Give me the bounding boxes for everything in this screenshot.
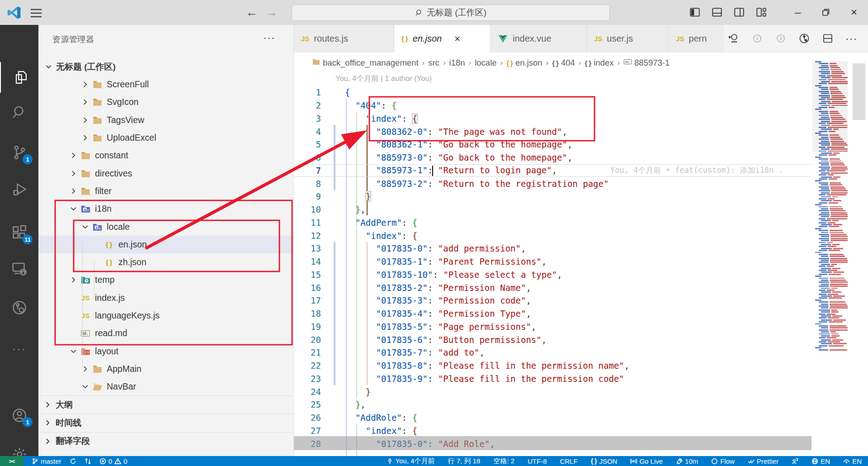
toggle-panel-icon[interactable] bbox=[709, 5, 724, 19]
tree-item-directives[interactable]: directives bbox=[38, 164, 293, 182]
remote-indicator[interactable]: >< bbox=[0, 456, 24, 466]
tree-item-locale[interactable]: Alocale bbox=[38, 218, 293, 235]
breadcrumb-item-404[interactable]: { }404 bbox=[552, 58, 575, 68]
tree-item-TagsView[interactable]: TagsView bbox=[38, 111, 293, 129]
code-line-14[interactable]: 14 "017835-1": "Parent Permissions", bbox=[294, 255, 811, 268]
code-line-8[interactable]: 8 "885973-2": "Return to the registratio… bbox=[294, 177, 811, 190]
tab-en-json[interactable]: { }en.json× bbox=[394, 25, 491, 52]
tree-item-NavBar[interactable]: NavBar bbox=[38, 378, 293, 395]
code-line-24[interactable]: 24 } bbox=[294, 385, 811, 398]
activity-item-remote-explorer[interactable] bbox=[0, 253, 38, 284]
tree-item-en-json[interactable]: { }en.json bbox=[38, 236, 293, 253]
more-actions-button[interactable]: ··· bbox=[844, 32, 858, 45]
status-time-tracker[interactable]: 10m bbox=[676, 457, 698, 465]
tree-item-filter[interactable]: filter bbox=[38, 182, 293, 200]
activity-item-search[interactable] bbox=[0, 97, 38, 128]
close-button[interactable]: × bbox=[840, 0, 868, 24]
breadcrumb-item-src[interactable]: src bbox=[428, 58, 439, 68]
menu-icon[interactable] bbox=[29, 6, 43, 19]
gitlens-search-commits-button[interactable] bbox=[727, 32, 741, 45]
tree-item-UploadExcel[interactable]: UploadExcel bbox=[38, 129, 293, 147]
tab-routes-js[interactable]: JSroutes.js bbox=[294, 25, 394, 52]
minimap-slider[interactable] bbox=[812, 61, 848, 152]
activity-item-explorer[interactable] bbox=[0, 62, 39, 93]
code-line-1[interactable]: 1{ bbox=[294, 86, 811, 99]
code-line-6[interactable]: 6 "885973-0": "Go back to the homepage", bbox=[294, 151, 811, 164]
code-line-10[interactable]: 10 }, bbox=[294, 203, 811, 216]
sidebar-section-大纲[interactable]: 大纲 bbox=[38, 395, 293, 414]
workspace-section-header[interactable]: 无标题 (工作区) bbox=[38, 58, 293, 76]
code-line-5[interactable]: 5 "808362-1": "Go back to the homepage", bbox=[294, 138, 811, 151]
code-line-2[interactable]: 2 "404": { bbox=[294, 99, 811, 112]
activity-item-accounts[interactable]: 1 bbox=[0, 400, 38, 431]
status-language-mode[interactable]: { }JSON bbox=[591, 457, 618, 465]
code-line-15[interactable]: 15 "017835-10": "Please select a type", bbox=[294, 268, 811, 281]
breadcrumb-item-back_office_management[interactable]: back_office_management bbox=[312, 57, 419, 68]
code-line-16[interactable]: 16 "017835-2": "Permission Name", bbox=[294, 281, 811, 294]
status-eol[interactable]: CRLF bbox=[560, 457, 578, 465]
commit-graph-button[interactable] bbox=[797, 32, 811, 45]
code-line-3[interactable]: 3 "index": { bbox=[294, 112, 811, 125]
status-feedback[interactable] bbox=[792, 458, 798, 465]
code-line-18[interactable]: 18 "017835-4": "Permission Type", bbox=[294, 307, 811, 320]
tree-item-SvgIcon[interactable]: SvgIcon bbox=[38, 93, 293, 111]
tree-item-languageKeys-js[interactable]: JSlanguageKeys.js bbox=[38, 307, 293, 324]
status-git-sync[interactable] bbox=[70, 458, 76, 465]
customize-layout-icon[interactable] bbox=[754, 5, 769, 19]
activity-item-run-debug[interactable] bbox=[0, 174, 38, 205]
status-flow[interactable]: Flow bbox=[711, 457, 735, 465]
code-line-7[interactable]: 7 "885973-1": "Return to login page",You… bbox=[294, 164, 811, 177]
tree-item-ScreenFull[interactable]: ScreenFull bbox=[38, 76, 293, 93]
tree-item-zh-json[interactable]: { }zh.json bbox=[38, 253, 293, 271]
code-line-13[interactable]: 13 "017835-0": "add permission", bbox=[294, 242, 811, 255]
split-editor-button[interactable] bbox=[821, 32, 835, 45]
code-line-26[interactable]: 26 "AddRole": { bbox=[294, 411, 811, 424]
activity-item-more-views[interactable]: ··· bbox=[0, 333, 38, 364]
code-line-21[interactable]: 21 "017835-7": "add to", bbox=[294, 346, 811, 359]
activity-item-extensions[interactable]: 11 bbox=[0, 217, 38, 248]
code-line-9[interactable]: 9 } bbox=[294, 190, 811, 203]
activity-item-source-control[interactable]: 1 bbox=[0, 137, 38, 168]
code-line-19[interactable]: 19 "017835-5": "Page permissions", bbox=[294, 320, 811, 333]
tree-item-layout[interactable]: layout bbox=[38, 342, 293, 360]
tree-item-i18n[interactable]: Ai18n bbox=[38, 200, 293, 218]
tree-item-AppMain[interactable]: AppMain bbox=[38, 360, 293, 378]
status-git-branch[interactable]: master bbox=[32, 457, 61, 465]
tree-item-temp[interactable]: temp bbox=[38, 271, 293, 289]
status-ime[interactable]: EN bbox=[843, 457, 862, 465]
code-line-4[interactable]: 4 "808362-0": "The page was not found", bbox=[294, 125, 811, 138]
breadcrumb-item-i18n[interactable]: i18n bbox=[449, 58, 465, 68]
tree-item-index-js[interactable]: JSindex.js bbox=[38, 289, 293, 307]
tree-item-read-md[interactable]: M↓read.md bbox=[38, 324, 293, 342]
status-blame-status[interactable]: You, 4个月前 bbox=[387, 457, 435, 466]
status-cursor-position[interactable]: 行 7, 列 18 bbox=[448, 457, 481, 466]
code-line-17[interactable]: 17 "017835-3": "Permission code", bbox=[294, 294, 811, 307]
horizontal-scrollbar[interactable] bbox=[294, 436, 811, 450]
status-git-compare[interactable] bbox=[85, 458, 91, 465]
tab-pern[interactable]: JSpern bbox=[669, 25, 732, 52]
minimize-button[interactable]: – bbox=[784, 0, 812, 24]
breadcrumb-item-index[interactable]: { }index bbox=[585, 58, 613, 68]
status-encoding[interactable]: UTF-8 bbox=[528, 457, 547, 465]
navigate-forward-button[interactable]: → bbox=[263, 4, 280, 21]
code-line-11[interactable]: 11 "AddPerm": { bbox=[294, 216, 811, 229]
toggle-secondary-sidebar-icon[interactable] bbox=[731, 5, 746, 19]
close-tab-icon[interactable]: × bbox=[454, 33, 460, 45]
sidebar-section-翻译字段[interactable]: 翻译字段 bbox=[38, 432, 293, 450]
sidebar-more-actions-icon[interactable]: ··· bbox=[263, 31, 275, 44]
code-line-22[interactable]: 22 "017835-8": "Please fill in the permi… bbox=[294, 359, 811, 372]
breadcrumb-item-885973-1[interactable]: abc885973-1 bbox=[623, 57, 670, 68]
tab-user-js[interactable]: JSuser.js bbox=[587, 25, 669, 52]
tab-index-vue[interactable]: index.vue bbox=[491, 25, 587, 52]
tree-item-constant[interactable]: constant bbox=[38, 147, 293, 164]
status-indentation[interactable]: 空格: 2 bbox=[493, 457, 514, 466]
sidebar-section-时间线[interactable]: 时间线 bbox=[38, 414, 293, 432]
code-line-20[interactable]: 20 "017835-6": "Button permissions", bbox=[294, 333, 811, 346]
code-line-12[interactable]: 12 "index": { bbox=[294, 229, 811, 242]
status-go-live[interactable]: Go Live bbox=[630, 457, 663, 465]
status-prettier[interactable]: Prettier bbox=[748, 457, 778, 465]
vertical-scrollbar[interactable] bbox=[853, 63, 865, 120]
code-line-27[interactable]: 27 "index": { bbox=[294, 424, 811, 437]
toggle-sidebar-icon[interactable] bbox=[687, 5, 702, 19]
status-problems[interactable]: 00 bbox=[99, 457, 127, 465]
